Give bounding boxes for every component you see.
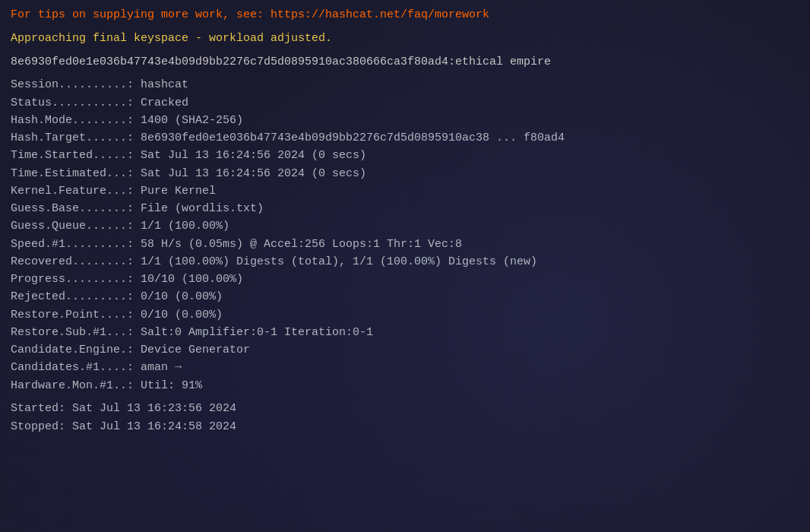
terminal-output: For tips on supplying more work, see: ht…	[11, 6, 799, 435]
restore-sub-line: Restore.Sub.#1...: Salt:0 Amplifier:0-1 …	[11, 324, 799, 341]
status-line: Status...........: Cracked	[11, 94, 799, 112]
guess-queue-line: Guess.Queue......: 1/1 (100.00%)	[11, 217, 799, 235]
session-line: Session..........: hashcat	[11, 76, 799, 93]
hash-mode-line: Hash.Mode........: 1400 (SHA2-256)	[11, 112, 799, 129]
candidate-engine-line: Candidate.Engine.: Device Generator	[11, 341, 799, 359]
restore-point-line: Restore.Point....: 0/10 (0.00%)	[11, 306, 799, 324]
recovered-line: Recovered........: 1/1 (100.00%) Digests…	[11, 253, 799, 271]
rejected-line: Rejected.........: 0/10 (0.00%)	[11, 288, 799, 306]
time-started-line: Time.Started.....: Sat Jul 13 16:24:56 2…	[11, 147, 799, 164]
approaching-line: Approaching final keyspace - workload ad…	[11, 30, 799, 47]
stopped-line: Stopped: Sat Jul 13 16:24:58 2024	[11, 418, 799, 435]
candidates-line: Candidates.#1....: aman →	[11, 359, 799, 376]
progress-line: Progress.........: 10/10 (100.00%)	[11, 271, 799, 288]
tip-line: For tips on supplying more work, see: ht…	[11, 6, 799, 24]
hardware-mon-line: Hardware.Mon.#1..: Util: 91%	[11, 377, 799, 394]
time-estimated-line: Time.Estimated...: Sat Jul 13 16:24:56 2…	[11, 165, 799, 182]
guess-base-line: Guess.Base.......: File (wordlis.txt)	[11, 200, 799, 217]
hash-target-line: Hash.Target......: 8e6930fed0e1e036b4774…	[11, 129, 799, 147]
hash-line: 8e6930fed0e1e036b47743e4b09d9bb2276c7d5d…	[11, 53, 799, 71]
started-line: Started: Sat Jul 13 16:23:56 2024	[11, 400, 799, 417]
speed-line: Speed.#1.........: 58 H/s (0.05ms) @ Acc…	[11, 236, 799, 253]
kernel-feature-line: Kernel.Feature...: Pure Kernel	[11, 182, 799, 200]
